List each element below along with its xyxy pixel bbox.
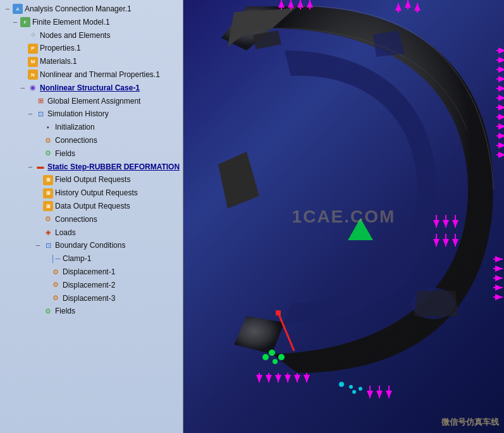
svg-marker-22: [498, 76, 504, 82]
svg-marker-70: [443, 239, 449, 247]
tree-item-analysis-connection[interactable]: ─AAnalysis Connection Manager.1: [1, 3, 181, 16]
svg-marker-44: [495, 275, 503, 281]
svg-marker-60: [304, 375, 310, 382]
expand-icon[interactable]: [19, 71, 27, 78]
output-icon: ⊞: [43, 188, 53, 198]
tree-item-connections-1[interactable]: ⚙Connections: [1, 134, 181, 147]
svg-marker-34: [498, 133, 504, 139]
svg-point-82: [269, 350, 275, 356]
expand-icon[interactable]: [42, 268, 49, 276]
expand-icon[interactable]: [34, 137, 42, 144]
expand-icon[interactable]: [42, 255, 49, 263]
svg-marker-18: [498, 57, 504, 63]
nonlin-icon: N: [28, 70, 38, 80]
tree-item-label: Connections: [55, 214, 97, 225]
expand-icon[interactable]: [42, 295, 49, 302]
svg-marker-74: [367, 391, 373, 398]
expand-icon[interactable]: ─: [34, 242, 42, 250]
tree-item-static-step[interactable]: ─▬Static Step-RUBBER DEFORMATION: [1, 161, 181, 174]
svg-marker-10: [395, 3, 402, 11]
svg-marker-16: [498, 47, 504, 54]
svg-marker-56: [285, 375, 291, 382]
expand-icon[interactable]: ─: [27, 163, 34, 171]
tree-item-displacement-1[interactable]: ⚙Displacement-1: [1, 265, 181, 279]
tree-item-clamp-1[interactable]: │─Clamp-1: [1, 252, 181, 265]
tree-item-global-element[interactable]: ⊞Global Element Assignment: [1, 95, 181, 108]
svg-point-89: [359, 387, 362, 391]
tree-item-history-output[interactable]: ⊞History Output Requests: [1, 186, 181, 200]
tree-item-nonlinear-case[interactable]: ─◉Nonlinear Structural Case-1: [1, 82, 181, 95]
tree-item-fields-2[interactable]: ⚙Fields: [1, 305, 181, 318]
svg-marker-58: [294, 375, 300, 382]
tree-container: ─AAnalysis Connection Manager.1─FFinite …: [0, 0, 183, 320]
tree-item-nodes-elements[interactable]: ⁘Nodes and Elements: [1, 29, 181, 42]
tree-item-properties[interactable]: PProperties.1: [1, 42, 181, 55]
sim-icon: ⊡: [35, 109, 46, 119]
tree-item-label: Nonlinear and Thermal Properties.1: [40, 70, 160, 80]
expand-icon[interactable]: [19, 58, 27, 66]
expand-icon[interactable]: ─: [27, 111, 34, 118]
tree-item-label: Fields: [55, 149, 75, 159]
expand-icon[interactable]: [34, 308, 42, 315]
tree-item-nonlinear-thermal[interactable]: NNonlinear and Thermal Properties.1: [1, 68, 181, 82]
field-icon: ⚙: [43, 307, 53, 317]
tree-item-fields-1[interactable]: ⚙Fields: [1, 147, 181, 161]
expand-icon[interactable]: [34, 190, 42, 197]
expand-icon[interactable]: [34, 202, 42, 210]
fem-icon: F: [20, 17, 30, 27]
tree-item-label: Materials.1: [40, 56, 77, 67]
svg-marker-76: [376, 391, 383, 398]
expand-icon[interactable]: [19, 45, 27, 52]
tree-item-label: Clamp-1: [63, 253, 91, 264]
expand-icon[interactable]: [19, 32, 27, 39]
global-icon: ⊞: [35, 96, 46, 106]
expand-icon[interactable]: [34, 150, 42, 157]
tree-item-finite-element[interactable]: ─FFinite Element Model.1: [1, 16, 181, 29]
case-icon: ◉: [28, 83, 38, 93]
svg-point-84: [262, 354, 269, 360]
expand-icon[interactable]: ─: [11, 18, 19, 26]
expand-icon[interactable]: [34, 176, 42, 184]
expand-icon[interactable]: [27, 97, 34, 105]
expand-icon[interactable]: ─: [4, 5, 11, 13]
tree-item-label: Field Output Requests: [55, 174, 130, 185]
expand-icon[interactable]: ─: [19, 84, 27, 92]
svg-marker-2: [278, 0, 285, 8]
analysis-icon: A: [13, 4, 23, 14]
svg-marker-38: [498, 152, 504, 158]
svg-marker-36: [498, 142, 504, 149]
tree-item-initialization[interactable]: ▪Initialization: [1, 121, 181, 134]
expand-icon[interactable]: [34, 124, 42, 131]
svg-marker-40: [495, 256, 503, 262]
expand-icon[interactable]: [42, 281, 49, 289]
tree-item-data-output[interactable]: ⊞Data Output Requests: [1, 200, 181, 213]
tree-item-field-output[interactable]: ⊞Field Output Requests: [1, 173, 181, 186]
svg-marker-20: [498, 66, 504, 73]
tree-item-loads[interactable]: ◈Loads: [1, 226, 181, 240]
tree-item-connections-2[interactable]: ⚙Connections: [1, 213, 181, 226]
3d-viewport[interactable]: 1CAE.COM 微信号仿真车线: [183, 0, 504, 433]
svg-marker-26: [498, 95, 504, 101]
tree-item-label: Static Step-RUBBER DEFORMATION: [47, 162, 180, 173]
tree-item-materials[interactable]: MMaterials.1: [1, 55, 181, 68]
static-icon: ▬: [35, 162, 46, 172]
mat-icon: M: [28, 57, 38, 67]
svg-point-86: [339, 382, 344, 387]
tree-item-simulation-history[interactable]: ─⊡Simulation History: [1, 107, 181, 121]
tree-item-boundary-conditions[interactable]: ─⊡Boundary Conditions: [1, 239, 181, 252]
tree-item-label: Finite Element Model.1: [32, 17, 110, 28]
svg-marker-62: [433, 220, 439, 228]
field-icon: ⚙: [43, 149, 53, 159]
svg-marker-24: [498, 85, 504, 92]
tree-item-label: Analysis Connection Manager.1: [25, 4, 132, 15]
expand-icon[interactable]: [34, 229, 42, 236]
tree-item-label: Boundary Conditions: [55, 240, 125, 251]
tree-item-label: Simulation History: [47, 109, 109, 119]
svg-marker-32: [498, 123, 504, 130]
expand-icon[interactable]: [34, 216, 42, 223]
prop-icon: P: [28, 44, 38, 54]
disp-icon: ⚙: [51, 280, 61, 290]
tree-item-displacement-2[interactable]: ⚙Displacement-2: [1, 279, 181, 292]
tree-item-displacement-3[interactable]: ⚙Displacement-3: [1, 292, 181, 305]
tree-item-label: Fields: [55, 306, 75, 317]
